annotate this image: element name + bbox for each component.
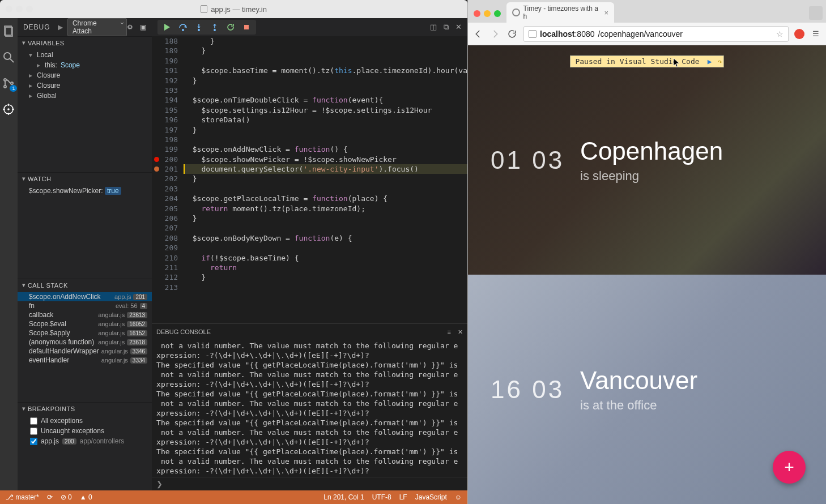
gear-icon[interactable]: ⚙ xyxy=(127,23,133,31)
breakpoint-checkbox[interactable] xyxy=(30,438,37,445)
zoom-dot[interactable] xyxy=(494,10,501,17)
breakpoint-item[interactable]: All exceptions xyxy=(18,416,152,426)
file-icon xyxy=(201,5,207,13)
city-pane-copenhagen[interactable]: 01 03 Copenhagen is sleeping xyxy=(468,45,826,275)
mac-traffic-lights[interactable] xyxy=(6,6,40,12)
favicon-icon xyxy=(512,8,520,16)
callstack-frame[interactable]: defaultHandlerWrapperangular.js3346 xyxy=(18,347,152,356)
breakpoint-checkbox[interactable] xyxy=(30,428,37,435)
forward-button[interactable] xyxy=(489,28,501,40)
console-line: xpression: -?(\d+|\d+\.\d+|\.\d+)([eE][-… xyxy=(156,437,463,447)
minimize-dot[interactable] xyxy=(16,6,23,12)
restart-button[interactable] xyxy=(224,21,237,33)
console-line: The specified value "{{ getPlaceLocalTim… xyxy=(156,360,463,370)
svg-point-15 xyxy=(198,29,199,31)
back-button[interactable] xyxy=(472,28,484,40)
close-dot[interactable] xyxy=(474,10,480,17)
step-over-button[interactable] xyxy=(177,21,189,33)
debug-console: DEBUG CONSOLE ≡ ✕ not a valid number. Th… xyxy=(152,323,467,490)
resume-icon[interactable]: ▶ xyxy=(708,57,712,66)
variable-scope[interactable]: ▸Closure xyxy=(18,70,152,80)
git-branch[interactable]: ⎇ master* xyxy=(6,493,39,501)
browser-tab[interactable]: Timey - timezones with a h × xyxy=(506,2,614,23)
callstack-frame[interactable]: fneval: 564 xyxy=(18,301,152,310)
callstack-header[interactable]: ▾CALL STACK xyxy=(18,279,152,291)
window-title: app.js — timey.in xyxy=(211,5,267,14)
search-icon[interactable] xyxy=(1,50,16,65)
variables-header[interactable]: ▾VARIABLES xyxy=(18,37,152,49)
start-debug-icon[interactable]: ▶ xyxy=(58,23,63,31)
language-mode[interactable]: JavaScript xyxy=(415,493,447,501)
explorer-icon[interactable] xyxy=(1,24,16,39)
cursor-position[interactable]: Ln 201, Col 1 xyxy=(323,493,364,501)
console-line: The specified value "{{ getPlaceLocalTim… xyxy=(156,418,463,428)
breakpoint-checkbox[interactable] xyxy=(30,417,37,425)
continue-button[interactable] xyxy=(161,21,173,33)
console-line: xpression: -?(\d+|\d+\.\d+|\.\d+)([eE][-… xyxy=(156,379,463,389)
close-dot[interactable] xyxy=(6,6,12,12)
city-status: is sleeping xyxy=(580,169,723,183)
step-out-button[interactable] xyxy=(208,21,221,33)
watch-header[interactable]: ▾WATCH xyxy=(18,173,152,185)
svg-point-5 xyxy=(4,86,6,88)
split-editor-icon[interactable]: ◫ xyxy=(430,23,437,32)
console-line: xpression: -?(\d+|\d+\.\d+|\.\d+)([eE][-… xyxy=(156,351,463,360)
errors-count[interactable]: ⊘ 0 xyxy=(61,493,72,501)
mac-titlebar: app.js — timey.in xyxy=(0,0,467,18)
filter-icon[interactable]: ≡ xyxy=(448,328,451,335)
breakpoints-header[interactable]: ▾BREAKPOINTS xyxy=(18,403,152,415)
sync-icon[interactable]: ⟳ xyxy=(47,493,53,501)
zoom-dot[interactable] xyxy=(26,6,33,12)
page-icon xyxy=(529,30,537,38)
profile-button[interactable] xyxy=(809,6,823,20)
launch-config-dropdown[interactable]: Chrome Attach xyxy=(67,18,127,36)
step-into-button[interactable] xyxy=(193,21,205,33)
variable-item[interactable]: ▸this: Scope xyxy=(18,60,152,70)
encoding[interactable]: UTF-8 xyxy=(372,493,391,501)
menu-icon[interactable]: ☰ xyxy=(810,28,821,40)
debug-icon[interactable] xyxy=(1,102,16,117)
bookmark-icon[interactable]: ☆ xyxy=(776,29,784,39)
debug-console-input[interactable]: ❯ xyxy=(152,477,467,490)
console-icon[interactable]: ▣ xyxy=(140,23,146,31)
eol[interactable]: LF xyxy=(399,493,407,501)
extension-icon[interactable] xyxy=(794,29,804,39)
svg-point-13 xyxy=(182,29,184,31)
git-icon[interactable]: 1 xyxy=(1,76,16,91)
city-pane-vancouver[interactable]: 16 03 Vancouver is at the office xyxy=(468,275,826,504)
console-line: not a valid number. The value must match… xyxy=(156,456,463,466)
console-line: xpression: -?(\d+|\d+\.\d+|\.\d+)([eE][-… xyxy=(156,466,463,476)
variable-scope[interactable]: ▸Closure xyxy=(18,80,152,91)
status-bar: ⎇ master* ⟳ ⊘ 0 ▲ 0 Ln 201, Col 1 UTF-8 … xyxy=(0,490,467,504)
breakpoint-item[interactable]: app.js 200 app/controllers xyxy=(18,436,152,446)
pause-text: Paused in Visual Studio Code xyxy=(575,57,699,66)
callstack-frame[interactable]: callbackangular.js23613 xyxy=(18,310,152,319)
variable-scope[interactable]: ▸Global xyxy=(18,91,152,101)
stop-button[interactable] xyxy=(240,21,253,33)
mac-traffic-lights[interactable] xyxy=(472,8,504,23)
diff-icon[interactable]: ⧉ xyxy=(444,23,449,32)
minimize-dot[interactable] xyxy=(484,10,491,17)
feedback-icon[interactable]: ☺ xyxy=(455,493,462,501)
code-editor[interactable]: 1881891901911921931941951961971981992002… xyxy=(152,36,467,323)
callstack-frame[interactable]: (anonymous function)angular.js23618 xyxy=(18,338,152,347)
callstack-frame[interactable]: $scope.onAddNewClickapp.js201 xyxy=(18,292,152,301)
add-city-fab[interactable]: + xyxy=(773,451,806,484)
variable-scope[interactable]: ▾Local xyxy=(18,50,152,60)
close-tab-icon[interactable]: × xyxy=(604,8,608,17)
svg-line-3 xyxy=(10,59,14,62)
close-editor-icon[interactable]: ✕ xyxy=(455,23,462,32)
warnings-count[interactable]: ▲ 0 xyxy=(80,493,92,501)
reload-button[interactable] xyxy=(506,28,518,40)
close-panel-icon[interactable]: ✕ xyxy=(458,328,463,336)
console-line: xpression: -?(\d+|\d+\.\d+|\.\d+)([eE][-… xyxy=(156,408,463,418)
step-icon[interactable]: ↷ xyxy=(718,57,722,66)
callstack-frame[interactable]: Scope.$evalangular.js16052 xyxy=(18,319,152,328)
address-bar[interactable]: localhost:8080/copenhagen/vancouver ☆ xyxy=(523,26,789,42)
callstack-frame[interactable]: eventHandlerangular.js3334 xyxy=(18,356,152,365)
console-line: not a valid number. The value must match… xyxy=(156,428,463,437)
breakpoint-item[interactable]: Uncaught exceptions xyxy=(18,426,152,436)
console-line: The specified value "{{ getPlaceLocalTim… xyxy=(156,389,463,399)
callstack-frame[interactable]: Scope.$applyangular.js16152 xyxy=(18,328,152,338)
watch-item[interactable]: $scope.showNewPicker: true xyxy=(18,186,152,196)
